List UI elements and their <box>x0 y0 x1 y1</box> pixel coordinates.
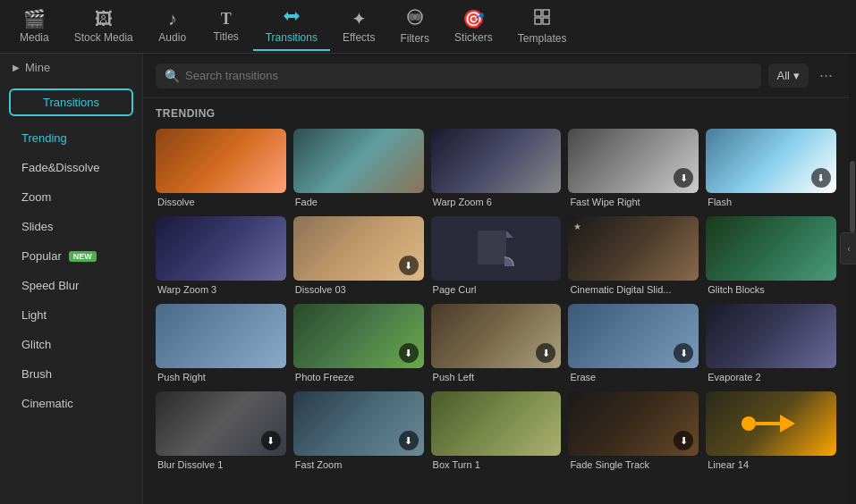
transition-evaporate-2[interactable]: Evaporate 2 <box>706 304 836 384</box>
nav-filters-label: Filters <box>400 32 429 45</box>
transition-page-curl[interactable]: Page Curl <box>431 216 562 297</box>
sidebar-transitions-button[interactable]: Transitions <box>9 88 133 116</box>
transition-fast-zoom-thumb: ⬇ <box>293 391 424 456</box>
effects-icon: ✦ <box>352 10 367 28</box>
transition-blur-dissolve-1-label: Blur Dissolve 1 <box>156 456 286 472</box>
transition-box-turn-1-label: Box Turn 1 <box>431 456 562 472</box>
transition-dissolve[interactable]: Dissolve <box>156 129 286 209</box>
transition-push-left-label: Push Left <box>431 368 562 384</box>
sidebar-brush-label: Brush <box>21 367 52 381</box>
sidebar-item-glitch[interactable]: Glitch <box>5 331 137 358</box>
sidebar-item-speedblur[interactable]: Speed Blur <box>5 272 137 299</box>
nav-stock-media[interactable]: 🖼 Stock Media <box>62 4 146 49</box>
templates-icon <box>533 8 551 29</box>
transition-fade-single-track-label: Fade Single Track <box>568 456 699 472</box>
nav-audio[interactable]: ♪ Audio <box>146 4 199 49</box>
nav-media[interactable]: 🎬 Media <box>7 4 62 49</box>
transition-warp-zoom-3-label: Warp Zoom 3 <box>156 281 286 297</box>
transition-blur-dissolve-1[interactable]: ⬇ Blur Dissolve 1 <box>156 391 286 472</box>
push-left-download-icon[interactable]: ⬇ <box>536 343 555 363</box>
nav-stickers[interactable]: 🎯 Stickers <box>442 4 505 49</box>
fast-wipe-right-download-icon[interactable]: ⬇ <box>674 168 693 188</box>
transition-cinematic-digital[interactable]: ★ Cinematic Digital Slid... <box>568 216 699 297</box>
transition-warp-zoom-6[interactable]: Warp Zoom 6 <box>431 129 562 209</box>
sidebar-collapse-button[interactable]: ‹ <box>840 232 856 265</box>
right-scrollbar[interactable] <box>849 54 856 504</box>
cinematic-icon: ★ <box>573 222 581 231</box>
svg-point-8 <box>742 416 756 431</box>
sidebar-item-brush[interactable]: Brush <box>5 360 137 388</box>
nav-transitions-label: Transitions <box>266 31 318 44</box>
search-bar: 🔍 All ▾ ··· <box>143 54 849 98</box>
scrollbar-thumb[interactable] <box>850 161 855 232</box>
transition-erase-thumb: ⬇ <box>568 304 699 368</box>
transition-blur-dissolve-1-thumb: ⬇ <box>156 391 286 456</box>
sidebar-speedblur-label: Speed Blur <box>21 279 79 292</box>
transition-glitch-blocks-label: Glitch Blocks <box>706 281 836 297</box>
search-input[interactable] <box>185 69 752 82</box>
dissolve-03-download-icon[interactable]: ⬇ <box>399 256 419 275</box>
sidebar-item-slides[interactable]: Slides <box>5 213 137 240</box>
more-options-button[interactable]: ··· <box>816 63 836 88</box>
nav-titles-label: Titles <box>214 30 239 43</box>
transition-fast-wipe-right[interactable]: ⬇ Fast Wipe Right ▶ <box>568 129 699 209</box>
nav-titles[interactable]: T Titles <box>199 5 253 48</box>
sidebar-item-zoom[interactable]: Zoom <box>5 183 137 211</box>
transition-dissolve-thumb <box>156 129 286 193</box>
top-navigation: 🎬 Media 🖼 Stock Media ♪ Audio T Titles T… <box>0 0 856 54</box>
sidebar-mine-section[interactable]: ▶ Mine <box>0 54 142 81</box>
transition-fast-zoom[interactable]: ⬇ Fast Zoom <box>293 391 424 472</box>
nav-effects[interactable]: ✦ Effects <box>330 4 387 49</box>
sidebar-item-cinematic[interactable]: Cinematic <box>5 390 137 417</box>
transition-flash[interactable]: ⬇ Flash <box>706 129 836 209</box>
filter-button[interactable]: All ▾ <box>768 63 809 88</box>
nav-templates[interactable]: Templates <box>505 3 580 50</box>
nav-filters[interactable]: Filters <box>387 3 442 50</box>
search-input-wrapper[interactable]: 🔍 <box>156 63 761 88</box>
transition-warp-zoom-3-thumb <box>156 216 286 281</box>
fast-zoom-download-icon[interactable]: ⬇ <box>399 431 419 450</box>
fade-single-track-download-icon[interactable]: ⬇ <box>674 431 693 450</box>
svg-point-2 <box>414 13 421 21</box>
grid-row-4: ⬇ Blur Dissolve 1 ⬇ Fast Zoom Box Turn 1 <box>156 391 836 472</box>
erase-download-icon[interactable]: ⬇ <box>674 343 693 363</box>
transition-linear-14-thumb <box>706 391 836 456</box>
transition-box-turn-1[interactable]: Box Turn 1 <box>431 391 562 472</box>
transition-push-right[interactable]: Push Right <box>156 304 286 384</box>
svg-rect-3 <box>535 10 541 16</box>
sidebar-item-popular[interactable]: Popular NEW <box>5 242 137 270</box>
filter-label: All <box>777 69 790 82</box>
flash-download-icon[interactable]: ⬇ <box>811 168 831 188</box>
transition-dissolve-03[interactable]: ⬇ Dissolve 03 <box>293 216 424 297</box>
transition-warp-zoom-3[interactable]: Warp Zoom 3 <box>156 216 286 297</box>
transition-dissolve-03-label: Dissolve 03 <box>293 281 424 297</box>
transition-push-left[interactable]: ⬇ Push Left <box>431 304 562 384</box>
nav-transitions[interactable]: Transitions <box>253 2 330 51</box>
transition-fade[interactable]: Fade <box>293 129 424 209</box>
stock-media-icon: 🖼 <box>95 10 113 28</box>
search-icon: 🔍 <box>165 69 180 83</box>
blur-dissolve-download-icon[interactable]: ⬇ <box>261 431 281 450</box>
sidebar-light-label: Light <box>21 308 47 322</box>
transition-evaporate-2-label: Evaporate 2 <box>706 368 836 384</box>
sidebar-item-fadedissolve[interactable]: Fade&Dissolve <box>5 154 137 181</box>
audio-icon: ♪ <box>168 10 177 28</box>
transition-linear-14[interactable]: Linear 14 <box>706 391 836 472</box>
transition-glitch-blocks[interactable]: Glitch Blocks <box>706 216 836 297</box>
transition-warp-zoom-6-thumb <box>431 129 562 193</box>
transition-photo-freeze[interactable]: ⬇ Photo Freeze <box>293 304 424 384</box>
transition-erase-label: Erase <box>568 368 699 384</box>
transition-push-right-thumb <box>156 304 286 368</box>
sidebar-item-trending[interactable]: Trending <box>5 124 137 152</box>
svg-rect-4 <box>543 10 549 16</box>
transition-erase[interactable]: ⬇ Erase <box>568 304 699 384</box>
sidebar: ▶ Mine Transitions Trending Fade&Dissolv… <box>0 54 143 504</box>
transition-push-left-thumb: ⬇ <box>431 304 562 368</box>
sidebar-transitions-label: Transitions <box>43 96 99 109</box>
transition-fade-single-track[interactable]: ⬇ Fade Single Track <box>568 391 699 472</box>
sidebar-glitch-label: Glitch <box>21 338 51 351</box>
transition-photo-freeze-thumb: ⬇ <box>293 304 424 368</box>
transition-evaporate-2-thumb <box>706 304 836 368</box>
sidebar-item-light[interactable]: Light <box>5 301 137 329</box>
photo-freeze-download-icon[interactable]: ⬇ <box>399 343 419 363</box>
